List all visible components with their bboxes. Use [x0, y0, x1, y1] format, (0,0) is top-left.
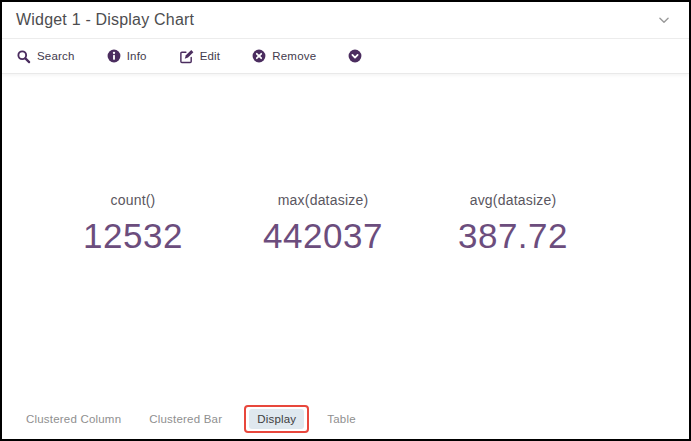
search-label: Search	[37, 50, 75, 62]
tab-clustered-bar[interactable]: Clustered Bar	[143, 409, 228, 429]
metric-count: count() 12532	[38, 192, 228, 256]
display-chart-area: count() 12532 max(datasize) 442037 avg(d…	[2, 74, 689, 399]
widget-title: Widget 1 - Display Chart	[16, 11, 194, 29]
edit-label: Edit	[200, 50, 221, 62]
info-button[interactable]: Info	[107, 49, 147, 63]
metric-avg-datasize: avg(datasize) 387.72	[418, 192, 608, 256]
metric-label: avg(datasize)	[418, 192, 608, 208]
edit-button[interactable]: Edit	[179, 49, 221, 64]
tab-display[interactable]: Display	[249, 409, 304, 429]
metrics-row: count() 12532 max(datasize) 442037 avg(d…	[2, 192, 689, 256]
remove-label: Remove	[272, 50, 316, 62]
metric-value: 12532	[38, 216, 228, 256]
info-circle-icon	[107, 49, 121, 63]
tab-table[interactable]: Table	[321, 409, 362, 429]
metric-label: max(datasize)	[228, 192, 418, 208]
info-label: Info	[127, 50, 147, 62]
metric-value: 387.72	[418, 216, 608, 256]
tab-clustered-column[interactable]: Clustered Column	[20, 409, 127, 429]
metric-max-datasize: max(datasize) 442037	[228, 192, 418, 256]
chart-type-tabs: Clustered Column Clustered Bar Display T…	[2, 399, 689, 439]
widget-toolbar: Search Info Edit	[2, 39, 689, 74]
remove-button[interactable]: Remove	[252, 49, 316, 63]
chevron-down-icon[interactable]	[655, 11, 673, 29]
dashboard-widget: Widget 1 - Display Chart Search	[0, 0, 691, 441]
metric-value: 442037	[228, 216, 418, 256]
metric-label: count()	[38, 192, 228, 208]
more-options-button[interactable]	[348, 49, 362, 63]
search-button[interactable]: Search	[16, 49, 75, 64]
highlight-annotation-box: Display	[244, 405, 309, 433]
search-icon	[16, 49, 31, 64]
edit-icon	[179, 49, 194, 64]
widget-header: Widget 1 - Display Chart	[2, 2, 689, 39]
chevron-down-circle-icon	[348, 49, 362, 63]
remove-circle-icon	[252, 49, 266, 63]
